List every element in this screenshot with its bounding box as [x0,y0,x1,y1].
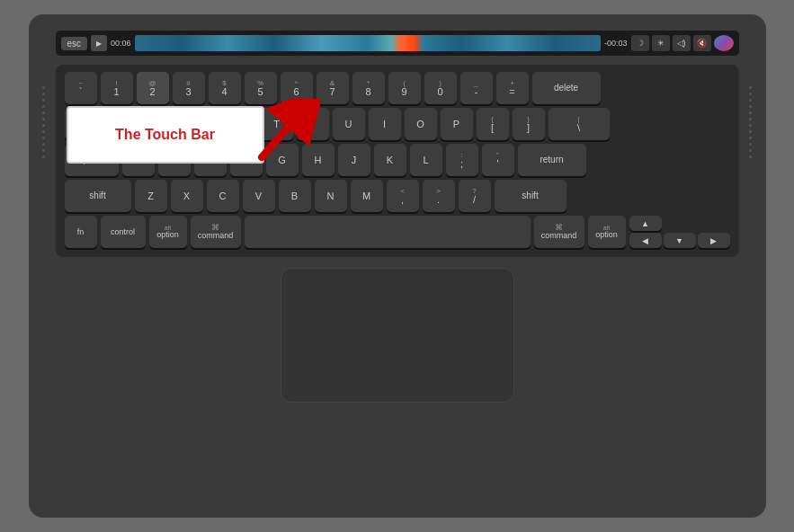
key-shift-left[interactable]: shift [65,180,131,212]
key-z[interactable]: Z [135,180,167,212]
key-u[interactable]: U [333,108,365,140]
key-space[interactable] [245,216,531,248]
key-row-zxcv: shift Z X C V B N M <, >. ?/ shift [65,180,730,212]
key-7[interactable]: &7 [317,72,349,104]
key-slash[interactable]: ?/ [459,180,491,212]
key-arrow-right[interactable]: ▶ [698,233,730,248]
key-equals[interactable]: += [496,72,529,104]
speaker-grille-right [743,86,759,194]
tb-play-button[interactable] [91,35,107,51]
speaker-grille-left [36,86,52,194]
key-comma[interactable]: <, [387,180,419,212]
key-arrow-left[interactable]: ◀ [629,233,662,248]
key-n[interactable]: N [315,180,347,212]
key-command-right[interactable]: ⌘ command [534,216,584,248]
tb-esc-key[interactable]: esc [61,37,88,50]
key-4[interactable]: $4 [209,72,241,104]
svg-line-1 [262,106,307,157]
tb-waveform[interactable] [135,35,601,51]
laptop-body: esc 00:06 -00:03 ☽ ✳ ◁) 🔇 The [29,14,766,518]
key-shift-right[interactable]: shift [495,180,567,212]
key-return[interactable]: return [518,144,586,176]
key-2[interactable]: @2 [137,72,169,104]
tb-volume-icon[interactable]: ◁) [673,35,691,51]
key-minus[interactable]: _- [460,72,493,104]
key-fn[interactable]: fn [65,216,97,248]
key-x[interactable]: X [171,180,203,212]
key-semicolon[interactable]: :; [446,144,478,176]
tb-moon-icon[interactable]: ☽ [631,35,649,51]
key-control[interactable]: control [101,216,146,248]
key-arrow-up[interactable]: ▲ [629,216,662,231]
key-b[interactable]: B [279,180,311,212]
tb-time-start: 00:06 [111,39,131,48]
key-period[interactable]: >. [423,180,455,212]
key-9[interactable]: (9 [388,72,421,104]
key-1[interactable]: !1 [101,72,133,104]
red-arrow-icon [248,99,320,162]
key-row-bottom: fn control alt option ⌘ command ⌘ comman… [65,216,730,248]
trackpad[interactable] [281,268,514,403]
key-backslash[interactable]: |\ [549,108,610,140]
key-m[interactable]: M [351,180,383,212]
key-v[interactable]: V [243,180,275,212]
key-command-left[interactable]: ⌘ command [191,216,241,248]
key-delete[interactable]: delete [532,72,601,104]
arrow-key-group: ▲ ◀ ▼ ▶ [629,216,730,248]
key-j[interactable]: J [338,144,370,176]
key-option-right[interactable]: alt option [588,216,626,248]
key-o[interactable]: O [405,108,437,140]
tb-mute-icon[interactable]: 🔇 [693,35,711,51]
key-3[interactable]: #3 [173,72,205,104]
key-bracket-right[interactable]: }] [513,108,545,140]
touchbar-label-text: The Touch Bar [115,127,215,143]
key-p[interactable]: P [441,108,473,140]
touch-bar: esc 00:06 -00:03 ☽ ✳ ◁) 🔇 [56,31,739,56]
key-k[interactable]: K [374,144,406,176]
tb-brightness-icon[interactable]: ✳ [652,35,670,51]
key-l[interactable]: L [410,144,442,176]
key-quote[interactable]: "' [482,144,514,176]
keyboard: The Touch Bar ~` !1 @2 #3 $4 %5 ^6 [56,65,739,257]
key-row-numbers: ~` !1 @2 #3 $4 %5 ^6 &7 [65,72,730,104]
tb-icons: ☽ ✳ ◁) 🔇 [631,35,734,51]
tb-time-end: -00:03 [604,39,628,48]
key-backtick[interactable]: ~` [65,72,97,104]
tb-siri-icon[interactable] [714,35,734,51]
key-arrow-down[interactable]: ▼ [664,233,696,248]
touchbar-label-box: The Touch Bar [67,106,264,164]
key-i[interactable]: I [369,108,401,140]
key-bracket-left[interactable]: {[ [477,108,509,140]
key-c[interactable]: C [207,180,239,212]
key-option-left[interactable]: alt option [149,216,187,248]
key-8[interactable]: *8 [352,72,385,104]
key-0[interactable]: )0 [424,72,457,104]
